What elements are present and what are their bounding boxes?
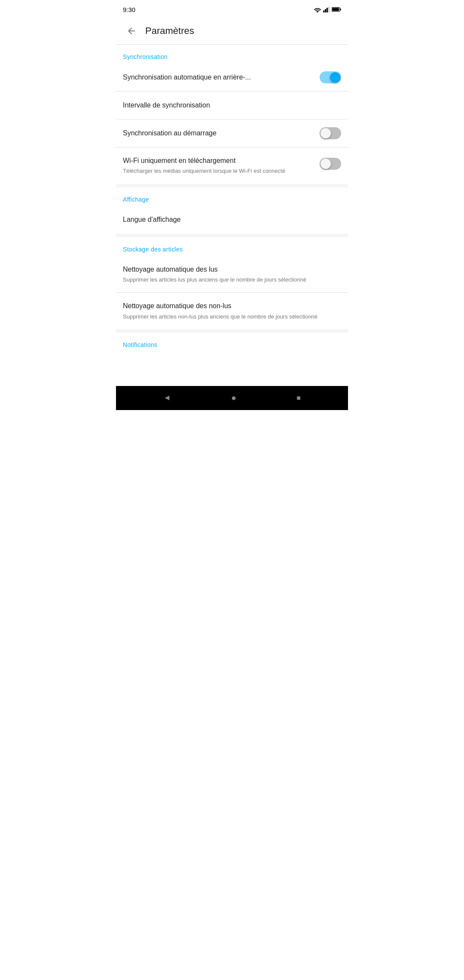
wifi-only-track bbox=[320, 158, 341, 170]
signal-icon bbox=[323, 6, 330, 12]
sync-on-start-track bbox=[320, 127, 341, 139]
nav-recents-button[interactable]: ■ bbox=[296, 394, 301, 402]
display-language-title: Langue d'affichage bbox=[123, 215, 334, 224]
storage-section-header: Stockage des articles bbox=[116, 237, 348, 256]
sync-interval-item[interactable]: Intervalle de synchronisation bbox=[116, 92, 348, 119]
svg-rect-2 bbox=[327, 8, 328, 12]
display-language-item[interactable]: Langue d'affichage bbox=[116, 206, 348, 234]
auto-sync-text: Synchronisation automatique en arrière-.… bbox=[123, 73, 320, 82]
svg-rect-6 bbox=[332, 8, 339, 11]
sync-on-start-thumb bbox=[321, 128, 331, 138]
svg-rect-0 bbox=[323, 10, 324, 12]
sync-interval-title: Intervalle de synchronisation bbox=[123, 101, 334, 110]
sync-section: Synchronisation Synchronisation automati… bbox=[116, 45, 348, 184]
back-arrow-icon bbox=[126, 26, 137, 36]
auto-sync-thumb bbox=[330, 72, 340, 83]
nav-back-button[interactable]: ◄ bbox=[163, 393, 171, 402]
sync-on-start-title: Synchronisation au démarrage bbox=[123, 129, 313, 138]
display-section-header: Affichage bbox=[116, 187, 348, 206]
auto-clean-read-subtitle: Supprimer les articles lus plus anciens … bbox=[123, 276, 334, 284]
sync-on-start-toggle[interactable] bbox=[320, 127, 341, 139]
sync-interval-text: Intervalle de synchronisation bbox=[123, 101, 341, 110]
battery-icon bbox=[332, 7, 341, 12]
auto-clean-read-text: Nettoyage automatique des lus Supprimer … bbox=[123, 265, 341, 284]
content: Synchronisation Synchronisation automati… bbox=[116, 45, 348, 386]
wifi-only-subtitle: Télécharger les médias uniquement lorsqu… bbox=[123, 167, 313, 175]
auto-clean-unread-text: Nettoyage automatique des non-lus Suppri… bbox=[123, 301, 341, 321]
status-bar: 9:30 bbox=[116, 0, 348, 17]
display-language-text: Langue d'affichage bbox=[123, 215, 341, 224]
nav-home-button[interactable]: ● bbox=[231, 393, 236, 403]
back-button[interactable] bbox=[123, 22, 140, 40]
display-section: Affichage Langue d'affichage bbox=[116, 187, 348, 234]
sync-on-start-item[interactable]: Synchronisation au démarrage bbox=[116, 119, 348, 147]
svg-rect-5 bbox=[340, 9, 341, 11]
section-divider-3 bbox=[116, 329, 348, 333]
auto-clean-read-title: Nettoyage automatique des lus bbox=[123, 265, 334, 274]
section-divider-2 bbox=[116, 234, 348, 237]
auto-sync-toggle[interactable] bbox=[320, 71, 341, 83]
notifications-section-header: Notifications bbox=[116, 333, 348, 352]
svg-rect-1 bbox=[325, 9, 326, 12]
notifications-section: Notifications bbox=[116, 333, 348, 386]
auto-clean-unread-title: Nettoyage automatique des non-lus bbox=[123, 301, 334, 311]
wifi-only-title: Wi-Fi uniquement en téléchargement bbox=[123, 156, 313, 165]
page-title: Paramètres bbox=[145, 25, 194, 37]
wifi-icon bbox=[314, 6, 321, 12]
nav-bar: ◄ ● ■ bbox=[116, 386, 348, 410]
svg-rect-3 bbox=[328, 6, 330, 12]
auto-clean-read-item[interactable]: Nettoyage automatique des lus Supprimer … bbox=[116, 256, 348, 293]
auto-sync-track bbox=[320, 71, 341, 83]
wifi-only-toggle[interactable] bbox=[320, 158, 341, 170]
storage-section: Stockage des articles Nettoyage automati… bbox=[116, 237, 348, 329]
auto-sync-title: Synchronisation automatique en arrière-.… bbox=[123, 73, 313, 82]
auto-sync-item[interactable]: Synchronisation automatique en arrière-.… bbox=[116, 64, 348, 91]
auto-clean-unread-item[interactable]: Nettoyage automatique des non-lus Suppri… bbox=[116, 293, 348, 329]
status-icons bbox=[314, 6, 341, 12]
sync-section-header: Synchronisation bbox=[116, 45, 348, 64]
auto-clean-unread-subtitle: Supprimer les articles non-lus plus anci… bbox=[123, 313, 334, 321]
wifi-only-item[interactable]: Wi-Fi uniquement en téléchargement Téléc… bbox=[116, 147, 348, 184]
status-time: 9:30 bbox=[123, 6, 135, 13]
wifi-only-text: Wi-Fi uniquement en téléchargement Téléc… bbox=[123, 156, 320, 175]
section-divider-1 bbox=[116, 184, 348, 187]
sync-on-start-text: Synchronisation au démarrage bbox=[123, 129, 320, 138]
notifications-spacer bbox=[116, 352, 348, 386]
toolbar: Paramètres bbox=[116, 17, 348, 45]
wifi-only-thumb bbox=[321, 159, 331, 169]
